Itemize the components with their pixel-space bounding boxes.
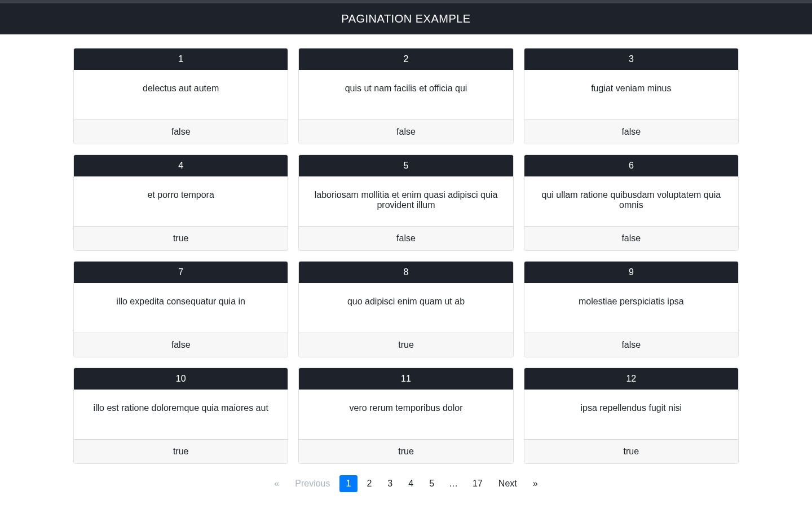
card-completed: false (299, 120, 513, 144)
card-completed: false (524, 226, 738, 250)
page-title: PAGINATION EXAMPLE (341, 12, 470, 25)
card: 8quo adipisci enim quam ut abtrue (298, 261, 513, 357)
page-number-5[interactable]: 5 (422, 475, 441, 492)
card-completed: false (74, 120, 288, 144)
card-completed: true (299, 439, 513, 463)
card: 12ipsa repellendus fugit nisitrue (524, 368, 739, 464)
card-title: molestiae perspiciatis ipsa (524, 283, 738, 333)
card-title: vero rerum temporibus dolor (299, 390, 513, 439)
page-next[interactable]: Next (492, 475, 524, 492)
card-id: 1 (74, 48, 288, 70)
card-completed: true (524, 439, 738, 463)
card-title: illo expedita consequatur quia in (74, 283, 288, 333)
card-id: 4 (74, 155, 288, 176)
card: 2quis ut nam facilis et officia quifalse (298, 48, 513, 144)
page-number-3[interactable]: 3 (381, 475, 399, 492)
card: 11vero rerum temporibus dolortrue (298, 368, 513, 464)
page-ellipsis: … (442, 475, 465, 492)
page-number-17[interactable]: 17 (466, 475, 489, 492)
card: 9molestiae perspiciatis ipsafalse (524, 261, 739, 357)
card-id: 3 (524, 48, 738, 70)
card-title: et porro tempora (74, 176, 288, 226)
page-number-1[interactable]: 1 (339, 475, 358, 492)
card: 4et porro temporatrue (73, 154, 288, 251)
card: 5laboriosam mollitia et enim quasi adipi… (298, 154, 513, 251)
card-id: 11 (299, 368, 513, 390)
card-title: ipsa repellendus fugit nisi (524, 390, 738, 439)
pagination: «Previous12345…17Next» (73, 475, 739, 492)
card: 6qui ullam ratione quibusdam voluptatem … (524, 154, 739, 251)
card-title: delectus aut autem (74, 70, 288, 120)
card-id: 7 (74, 262, 288, 283)
page-number-4[interactable]: 4 (401, 475, 420, 492)
card-completed: false (524, 333, 738, 357)
card-completed: true (299, 333, 513, 357)
card-id: 8 (299, 262, 513, 283)
card-id: 10 (74, 368, 288, 390)
card-id: 9 (524, 262, 738, 283)
page-previous: Previous (288, 475, 337, 492)
card-title: laboriosam mollitia et enim quasi adipis… (299, 176, 513, 226)
card-completed: false (299, 226, 513, 250)
card-title: quis ut nam facilis et officia qui (299, 70, 513, 120)
card-title: fugiat veniam minus (524, 70, 738, 120)
card-completed: false (74, 333, 288, 357)
page-last-arrow[interactable]: » (526, 475, 545, 492)
page-first-arrow: « (267, 475, 286, 492)
main-container: 1delectus aut autemfalse2quis ut nam fac… (39, 34, 773, 515)
card-id: 12 (524, 368, 738, 390)
card: 7illo expedita consequatur quia infalse (73, 261, 288, 357)
card-id: 2 (299, 48, 513, 70)
card: 1delectus aut autemfalse (73, 48, 288, 144)
card-grid: 1delectus aut autemfalse2quis ut nam fac… (73, 48, 739, 464)
card: 3fugiat veniam minusfalse (524, 48, 739, 144)
page-header: PAGINATION EXAMPLE (0, 0, 812, 34)
card-title: qui ullam ratione quibusdam voluptatem q… (524, 176, 738, 226)
card-completed: true (74, 226, 288, 250)
card-id: 6 (524, 155, 738, 176)
card-title: illo est ratione doloremque quia maiores… (74, 390, 288, 439)
page-number-2[interactable]: 2 (360, 475, 378, 492)
card-title: quo adipisci enim quam ut ab (299, 283, 513, 333)
card-completed: true (74, 439, 288, 463)
card: 10illo est ratione doloremque quia maior… (73, 368, 288, 464)
card-completed: false (524, 120, 738, 144)
card-id: 5 (299, 155, 513, 176)
